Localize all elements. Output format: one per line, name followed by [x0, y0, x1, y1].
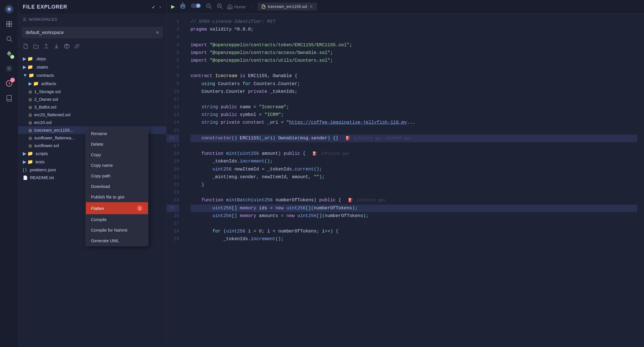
tree-item-deps[interactable]: ▶ 📁 .deps — [18, 55, 166, 63]
sol-file-icon: ◎ — [29, 97, 32, 102]
tab-name: Icecream_erc1155.sol — [268, 4, 307, 9]
file-tree: ▶ 📁 .deps ▶ 📁 .states ▼ 📁 contracts ▶ 📁 … — [18, 53, 166, 347]
tree-item-artifacts[interactable]: ▶ 📁 artifacts — [18, 79, 166, 88]
link-icon[interactable] — [74, 43, 80, 51]
tree-item-label: scripts — [35, 151, 48, 156]
zoom-in-icon[interactable] — [216, 3, 223, 11]
json-file-icon: { } — [23, 168, 27, 172]
context-copy[interactable]: Copy — [86, 149, 148, 160]
tab-close-icon[interactable]: ✕ — [309, 4, 313, 9]
svg-rect-4 — [9, 21, 12, 24]
explorer-header-icons: ✓ › — [152, 3, 162, 11]
context-delete[interactable]: Delete — [86, 139, 148, 149]
svg-point-11 — [8, 68, 10, 69]
download-icon[interactable] — [54, 43, 59, 51]
svg-point-16 — [182, 6, 183, 7]
tree-item-erc20flat[interactable]: ◎ erc20_flattened.sol — [18, 111, 166, 119]
tree-item-contracts[interactable]: ▼ 📁 contracts — [18, 71, 166, 79]
workspaces-label: WORKSPACES — [29, 17, 57, 22]
tree-item-label: contracts — [37, 73, 54, 78]
tree-item-2owner[interactable]: ◎ 2_Owner.sol — [18, 95, 166, 103]
tree-item-3ballot[interactable]: ◎ 3_Ballot.sol — [18, 103, 166, 111]
new-file-icon[interactable] — [23, 43, 29, 51]
context-compile-nahmii[interactable]: Compile for Nahmii — [86, 225, 148, 235]
cube-icon[interactable] — [64, 43, 70, 51]
context-copy-path[interactable]: Copy path — [86, 171, 148, 181]
workspace-selector[interactable]: default_workspace ⊕ — [22, 27, 163, 38]
editor-tabs: Icecream_erc1155.sol ✕ — [258, 3, 317, 11]
context-generate-uml[interactable]: Generate UML — [86, 235, 148, 246]
svg-line-26 — [221, 7, 223, 9]
file-explorer-panel: FILE EXPLORER ✓ › ☰ WORKSPACES default_w… — [18, 0, 167, 347]
tree-item-label: .deps — [35, 56, 46, 61]
context-publish-gist[interactable]: Publish file to gist — [86, 192, 148, 202]
svg-point-7 — [7, 37, 11, 41]
sidebar-logo[interactable] — [2, 2, 16, 16]
folder-icon: ▶ 📁 — [23, 159, 33, 165]
workspace-dropdown-icon: ⊕ — [156, 30, 159, 35]
settings-badge — [10, 78, 15, 82]
check-icon[interactable]: ✓ — [152, 3, 155, 11]
tree-item-label: .prettierrc.json — [29, 167, 56, 172]
tree-item-label: Icecream_erc1155... — [34, 128, 73, 133]
sidebar-search[interactable] — [2, 32, 16, 46]
sol-file-icon: ◎ — [29, 113, 32, 117]
context-copy-name[interactable]: Copy name — [86, 160, 148, 171]
svg-rect-3 — [7, 21, 9, 24]
code-content[interactable]: // SPDX-License-Identifier: MIT pragma s… — [184, 13, 644, 347]
tree-item-states[interactable]: ▶ 📁 .states — [18, 63, 166, 71]
sidebar-ethereum[interactable] — [2, 47, 16, 61]
svg-rect-5 — [7, 24, 9, 27]
context-flatten[interactable]: Flatten 1 — [86, 202, 148, 214]
svg-line-23 — [210, 7, 212, 9]
home-label: Home — [234, 4, 246, 9]
tree-item-erc20[interactable]: ◎ erc20.sol — [18, 119, 166, 126]
context-menu: Rename Delete Copy Copy name Copy path D… — [86, 128, 148, 246]
context-rename[interactable]: Rename — [86, 128, 148, 139]
tree-item-label: .states — [35, 65, 48, 69]
new-folder-icon[interactable] — [33, 43, 39, 51]
context-download[interactable]: Download — [86, 181, 148, 192]
svg-point-2 — [8, 8, 10, 10]
svg-line-8 — [10, 40, 12, 42]
tree-item-label: tests — [35, 159, 44, 164]
sol-file-icon: ◎ — [29, 143, 32, 148]
tree-item-label: erc20.sol — [34, 120, 52, 125]
tab-separator: › — [250, 4, 253, 9]
editor-area: ▶ — [167, 0, 644, 347]
zoom-out-icon[interactable] — [206, 3, 212, 11]
tree-item-label: artifacts — [41, 81, 56, 86]
sidebar — [0, 0, 18, 347]
upload-icon[interactable] — [43, 43, 49, 51]
toggle-icon[interactable] — [191, 3, 201, 10]
sol-file-icon: ◎ — [29, 136, 32, 140]
sidebar-docs[interactable] — [2, 91, 16, 105]
sidebar-settings[interactable] — [2, 77, 16, 90]
folder-icon: ▼ 📁 — [23, 73, 34, 78]
home-link[interactable]: Home — [227, 4, 246, 9]
sidebar-plugins[interactable] — [2, 62, 16, 75]
explorer-header: FILE EXPLORER ✓ › — [18, 0, 166, 14]
file-toolbar — [18, 41, 166, 53]
tree-item-1storage[interactable]: ◎ 1_Storage.sol — [18, 88, 166, 95]
line-numbers: 12345 678910 1112131415 16 17181920 2122… — [167, 13, 184, 347]
folder-icon: ▶ 📁 — [23, 64, 33, 70]
folder-icon: ▶ 📁 — [23, 56, 33, 61]
editor-tab-icecream[interactable]: Icecream_erc1155.sol ✕ — [258, 3, 317, 11]
sol-file-icon: ◎ — [29, 120, 32, 125]
flatten-label: Flatten — [91, 206, 104, 211]
code-editor: 12345 678910 1112131415 16 17181920 2122… — [167, 13, 644, 347]
hamburger-icon[interactable]: ☰ — [23, 17, 27, 22]
sol-file-icon: ◎ — [29, 128, 32, 133]
context-compile[interactable]: Compile — [86, 214, 148, 225]
folder-icon: ▶ 📁 — [23, 151, 33, 156]
forward-icon[interactable]: › — [159, 4, 162, 10]
sidebar-files[interactable] — [2, 17, 16, 31]
editor-toolbar: ▶ — [167, 0, 644, 13]
tree-item-label: sunflower.sol — [34, 143, 59, 148]
play-button[interactable]: ▶ — [171, 3, 175, 11]
robot-icon[interactable] — [179, 2, 186, 11]
svg-point-21 — [196, 4, 200, 8]
tree-item-label: sunflower_flattenea... — [34, 135, 75, 140]
folder-icon: ▶ 📁 — [29, 81, 39, 86]
